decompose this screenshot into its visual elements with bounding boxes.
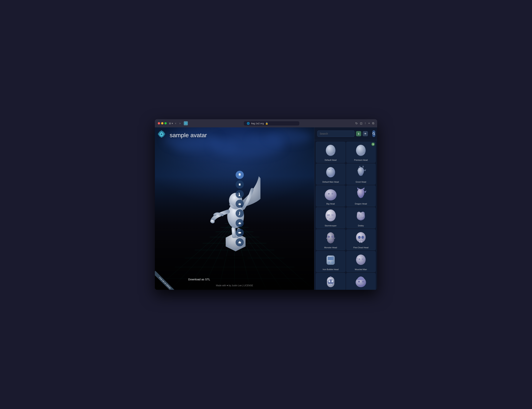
search-button[interactable] [372,130,375,137]
item-label-default-man-head: Default Man Head [322,181,339,183]
item-preview-groot-head [353,165,368,180]
address-bar: 🌐 liag.1a2.org 🔒 [190,121,353,126]
title-bar-actions: ↻ ⊡ ↑ + ⧉ [355,122,374,125]
item-preview-monster-head [323,231,338,246]
part-btn-hand[interactable] [236,200,244,208]
lock-icon: 🔒 [265,122,268,125]
item-card-default-head[interactable]: Default Head [316,142,345,163]
item-preview-bender-head [323,275,338,289]
svg-rect-75 [330,276,331,278]
item-card-iron-bubble-head[interactable]: Iron Bubble Head [316,251,345,272]
minimize-button[interactable] [161,122,163,124]
item-card-groot-head[interactable]: Groot Head [346,164,376,185]
svg-point-50 [328,193,330,195]
maximize-button[interactable] [164,122,167,124]
right-panel: $ 👁 Default HeadPremium Head$Default Man… [314,127,377,290]
footer-text: Made with ♥ by Justin Lee | LICENSE [216,284,253,287]
svg-point-69 [359,259,360,260]
item-card-warrior-head[interactable]: Warrior Head [346,273,376,290]
item-label-dobby: Dobby [358,224,364,227]
svg-point-55 [358,214,361,217]
item-card-big-head[interactable]: Big Head [316,186,345,206]
part-btn-extra[interactable] [236,238,244,246]
item-label-monster-head: Monster Head [324,246,337,249]
item-card-premium-head[interactable]: Premium Head$ [346,142,376,163]
scene-viewport[interactable]: sample avatar [155,127,314,290]
svg-rect-63 [361,241,362,243]
item-label-premium-head: Premium Head [354,159,368,161]
forward-button[interactable]: › [178,121,181,125]
item-preview-dobby [353,209,368,224]
item-card-bender-head[interactable]: Bender Head [316,273,345,290]
svg-point-22 [223,256,248,260]
duplicate-icon[interactable]: ⧉ [372,122,374,125]
url-field[interactable]: 🌐 liag.1a2.org 🔒 [244,121,299,126]
eye-filter-icon[interactable]: 👁 [363,131,368,136]
item-label-dragon-head: Dragon Head [355,203,367,205]
app-content: sample avatar [155,127,377,290]
svg-point-74 [331,280,333,282]
item-card-stormtrooper[interactable]: Stormtrooper [316,207,345,228]
item-preview-iron-bubble-head [323,253,338,268]
item-preview-muscled-man [353,253,368,268]
svg-line-43 [374,134,375,135]
part-btn-arm[interactable] [236,190,244,198]
search-bar: $ 👁 [314,127,377,140]
item-label-big-head: Big Head [326,203,335,205]
item-preview-dragon-head [353,187,368,202]
item-label-groot-head: Groot Head [356,181,366,183]
item-label-stormtrooper: Stormtrooper [325,224,337,227]
item-preview-premium-head [353,143,368,158]
svg-point-41 [238,232,241,233]
item-card-dobby[interactable]: Dobby [346,207,376,228]
svg-point-57 [328,236,330,238]
item-preview-default-head [323,143,338,158]
svg-point-51 [332,193,334,195]
part-btn-base[interactable] [236,229,244,237]
search-input[interactable] [317,130,354,137]
svg-rect-37 [239,204,240,205]
svg-point-42 [373,133,375,134]
part-btn-head[interactable] [236,171,244,179]
svg-point-33 [239,195,240,196]
part-btn-torso[interactable] [236,180,244,189]
svg-point-61 [361,236,364,239]
nav-controls: ⊞ ▾ ‹ › [169,121,181,125]
avatar-title: sample avatar [170,132,207,139]
close-button[interactable] [158,122,160,124]
dollar-filter-icon[interactable]: $ [356,131,361,136]
traffic-lights [158,122,167,124]
item-preview-warrior-head [353,275,368,289]
sidebar-toggle[interactable]: ⊞ ▾ [169,122,173,125]
svg-point-78 [362,281,364,283]
svg-rect-47 [328,169,330,170]
tab-icon[interactable]: ⊡ [360,122,362,125]
part-btn-foot[interactable] [236,219,244,227]
item-card-dragon-head[interactable]: Dragon Head [346,186,376,206]
item-card-monster-head[interactable]: Monster Head [316,229,345,250]
back-button[interactable]: ‹ [174,121,177,125]
items-grid: Default HeadPremium Head$Default Man Hea… [314,140,377,290]
item-card-flexi-dead-head[interactable]: Flexi Dead Head [346,229,376,250]
new-tab-icon[interactable]: + [368,122,370,125]
svg-rect-31 [239,184,240,186]
item-label-default-head: Default Head [325,159,337,161]
item-label-flexi-dead-head: Flexi Dead Head [353,246,369,249]
svg-rect-39 [239,222,240,223]
fork-ribbon[interactable]: Fork me on GitHub [155,268,177,290]
svg-point-30 [239,173,241,175]
filter-icons: $ 👁 [356,131,371,136]
part-btn-leg[interactable] [236,209,244,217]
site-icon: 🌐 [247,122,250,125]
svg-point-46 [326,167,335,177]
svg-point-59 [356,232,366,242]
item-label-iron-bubble-head: Iron Bubble Head [323,268,339,270]
premium-badge: $ [371,143,375,146]
item-card-default-man-head[interactable]: Default Man Head [316,164,345,185]
item-card-muscled-man[interactable]: Muscled Man [346,251,376,272]
url-text: liag.1a2.org [251,122,264,125]
reload-icon[interactable]: ↻ [355,122,358,125]
share-icon[interactable]: ↑ [365,122,366,125]
download-button[interactable]: Download as STL [188,278,210,281]
svg-point-77 [358,281,360,283]
